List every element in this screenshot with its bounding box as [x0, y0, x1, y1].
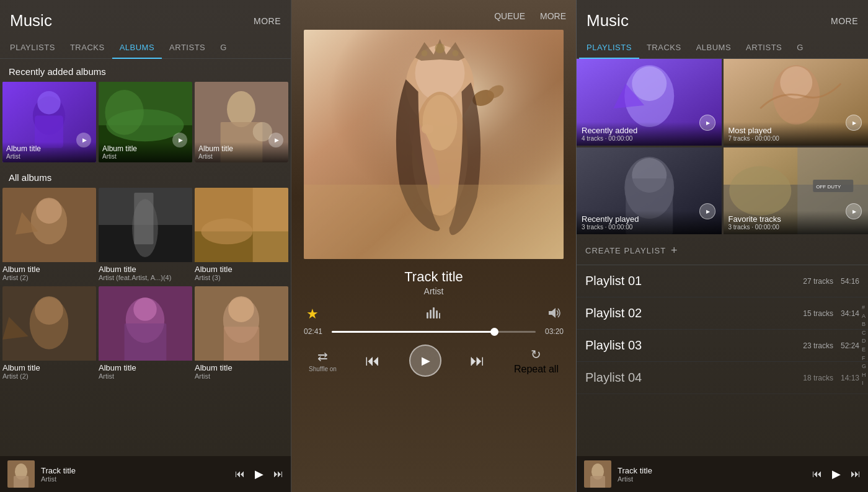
tab-playlists-left[interactable]: PLAYLISTS	[2, 37, 63, 58]
album-cell-3[interactable]: Album title Artist (3)	[195, 188, 288, 284]
album-3-title: Album title	[195, 265, 288, 274]
progress-bar[interactable]	[332, 331, 536, 333]
right-prev-btn[interactable]: ⏮	[812, 468, 822, 480]
tab-artists-left[interactable]: ARTISTS	[162, 37, 213, 58]
recent-album-2[interactable]: Album title Artist	[99, 82, 192, 162]
pcard-recently-played-play[interactable]	[699, 203, 715, 219]
album-cell-5[interactable]: Album title Artist	[99, 286, 192, 382]
queue-btn[interactable]: QUEUE	[494, 11, 525, 21]
alpha-c[interactable]: C	[862, 329, 866, 337]
playlist-card-recently-played[interactable]: Recently played 3 tracks · 00:00:00	[577, 147, 722, 234]
center-more-btn[interactable]: MORE	[540, 11, 566, 21]
left-next-btn[interactable]: ⏭	[273, 468, 283, 480]
left-title: Music	[10, 11, 52, 30]
playlist-card-most-played[interactable]: Most played 7 tracks · 00:00:00	[724, 59, 869, 146]
repeat-label: Repeat all	[514, 364, 559, 375]
right-next-btn[interactable]: ⏭	[851, 468, 861, 480]
right-play-btn[interactable]: ▶	[832, 467, 841, 481]
album-6-artist: Artist	[195, 372, 288, 380]
playlist-card-favorites[interactable]: OFF DUTY Favorite tracks 3 tracks · 00:0…	[724, 147, 869, 234]
tab-albums-right[interactable]: ALBUMS	[689, 37, 738, 58]
right-panel: Music MORE PLAYLISTS TRACKS ALBUMS ARTIS…	[577, 0, 868, 492]
center-play-btn[interactable]	[409, 345, 441, 377]
alpha-d[interactable]: D	[862, 337, 866, 345]
album-1-artist: Artist (2)	[2, 274, 96, 281]
album-cell-4[interactable]: Album title Artist (2)	[2, 286, 96, 382]
alpha-b[interactable]: B	[862, 320, 866, 328]
alpha-hash[interactable]: #	[862, 304, 866, 312]
right-bottom-track-artist: Artist	[618, 475, 806, 483]
playlist-list-item-3[interactable]: Playlist 03 23 tracks 52:24	[577, 330, 868, 362]
album-4-title: Album title	[2, 363, 96, 372]
tab-playlists-right[interactable]: PLAYLISTS	[579, 37, 639, 58]
svg-point-14	[36, 198, 62, 224]
left-content: Recently added albums Album title Artist	[0, 59, 291, 470]
left-tabs: PLAYLISTS TRACKS ALBUMS ARTISTS G	[0, 37, 291, 59]
playlist-card-recently-added[interactable]: Recently added 4 tracks · 00:00:00	[577, 59, 722, 146]
right-bottom-track-title: Track title	[618, 466, 806, 475]
playlist-list-item-2[interactable]: Playlist 02 15 tracks 34:14	[577, 297, 868, 330]
playlist-list-item-1[interactable]: Playlist 01 27 tracks 54:16	[577, 265, 868, 297]
tab-tracks-left[interactable]: TRACKS	[63, 37, 112, 58]
alpha-f[interactable]: F	[862, 354, 866, 362]
recent-album-3[interactable]: Album title Artist	[195, 82, 288, 162]
alpha-i[interactable]: I	[862, 379, 866, 387]
tab-albums-left[interactable]: ALBUMS	[112, 37, 162, 58]
left-bottom-track-title: Track title	[41, 466, 229, 475]
pcard-recently-played-meta: 3 tracks · 00:00:00	[582, 224, 717, 231]
right-bottom-bar: Track title Artist ⏮ ▶ ⏭	[577, 456, 868, 492]
progress-thumb[interactable]	[490, 328, 498, 336]
right-more-btn[interactable]: MORE	[831, 16, 858, 26]
center-prev-btn[interactable]: ⏮	[365, 352, 380, 369]
create-playlist-label: CREATE PLAYLIST	[585, 246, 666, 255]
svg-point-52	[422, 124, 434, 134]
recent-album-1[interactable]: Album title Artist	[2, 82, 96, 162]
repeat-btn[interactable]: ↻ Repeat all	[514, 347, 559, 375]
left-panel: Music MORE PLAYLISTS TRACKS ALBUMS ARTIS…	[0, 0, 291, 492]
pcard-recently-added-meta: 4 tracks · 00:00:00	[582, 135, 717, 142]
shuffle-btn[interactable]: ⇄ Shuffle on	[309, 349, 337, 372]
recent-album-1-play[interactable]	[76, 133, 91, 147]
tab-g-left[interactable]: G	[213, 37, 234, 58]
album-1-info: Album title Artist (2)	[2, 262, 96, 284]
alpha-e[interactable]: E	[862, 346, 866, 354]
time-current: 02:41	[304, 327, 326, 336]
center-track-artist: Artist	[291, 286, 576, 296]
left-prev-btn[interactable]: ⏮	[235, 468, 245, 480]
alpha-h[interactable]: H	[862, 371, 866, 379]
pcard-recently-added-play[interactable]	[699, 115, 715, 131]
album-cell-6[interactable]: Album title Artist	[195, 286, 288, 382]
pcard-most-played-meta: 7 tracks · 00:00:00	[728, 135, 864, 142]
svg-rect-56	[433, 307, 435, 318]
player-controls-area: ★ 02:41	[291, 301, 576, 382]
album-cell-1[interactable]: Album title Artist (2)	[2, 188, 96, 284]
tab-artists-right[interactable]: ARTISTS	[738, 37, 789, 58]
volume-icon[interactable]	[547, 307, 561, 322]
album-art-container	[291, 30, 576, 259]
pcard-most-played-play[interactable]	[846, 115, 862, 131]
left-play-btn[interactable]: ▶	[255, 467, 264, 481]
alpha-g[interactable]: G	[862, 362, 866, 371]
playlist-list-item-4[interactable]: Playlist 04 18 tracks 14:13	[577, 362, 868, 394]
favorite-icon[interactable]: ★	[306, 306, 319, 322]
right-bottom-thumb	[584, 460, 611, 488]
album-cell-2[interactable]: Album title Artist (feat.Artist, A...)(4…	[99, 188, 192, 284]
pcard-favorites-play[interactable]	[846, 203, 862, 219]
pcard-recently-played-title: Recently played	[582, 214, 717, 224]
tab-tracks-right[interactable]: TRACKS	[639, 37, 689, 58]
left-more-btn[interactable]: MORE	[254, 16, 281, 26]
album-3-artist: Artist (3)	[195, 274, 288, 281]
create-playlist-row[interactable]: CREATE PLAYLIST +	[577, 237, 868, 265]
recent-album-3-play[interactable]	[268, 133, 283, 147]
album-art	[304, 30, 564, 259]
recent-album-2-play[interactable]	[172, 133, 187, 147]
album-2-artist: Artist (feat.Artist, A...)(4)	[99, 274, 192, 281]
svg-rect-23	[253, 188, 288, 262]
album-4-artist: Artist (2)	[2, 372, 96, 380]
center-next-btn[interactable]: ⏭	[470, 352, 485, 369]
playlist-3-name: Playlist 03	[585, 338, 803, 353]
playlist-2-duration: 34:14	[841, 309, 859, 318]
tab-g-right[interactable]: G	[789, 37, 811, 58]
alpha-a[interactable]: A	[862, 312, 866, 320]
visualizer-icon[interactable]	[427, 307, 440, 322]
